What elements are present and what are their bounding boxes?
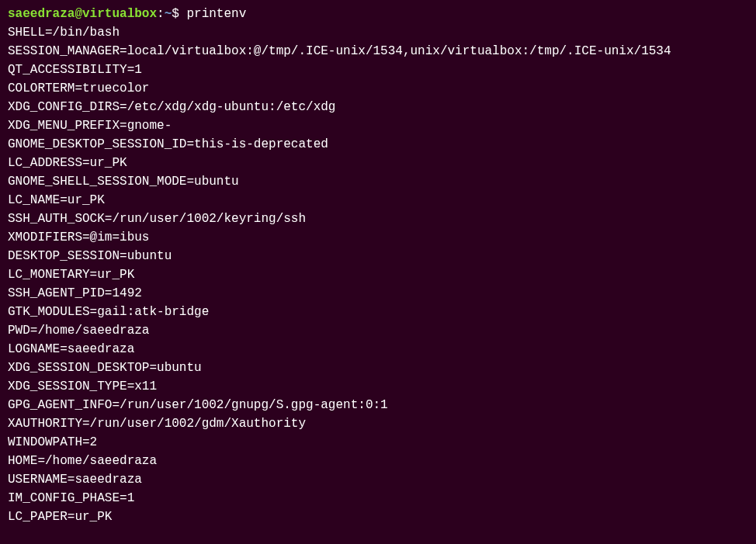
env-output-line: XAUTHORITY=/run/user/1002/gdm/Xauthority [8,414,748,433]
command-text: printenv [186,7,246,21]
env-output-line: WINDOWPATH=2 [8,433,748,452]
env-output-line: GPG_AGENT_INFO=/run/user/1002/gnupg/S.gp… [8,396,748,414]
env-output-line: LC_PAPER=ur_PK [8,508,748,526]
env-output-line: SHELL=/bin/bash [8,23,748,42]
env-output-line: XMODIFIERS=@im=ibus [8,228,748,247]
env-output-line: XDG_SESSION_DESKTOP=ubuntu [8,359,748,377]
env-output-line: PWD=/home/saeedraza [8,321,748,340]
env-output-line: XDG_SESSION_TYPE=x11 [8,377,748,396]
env-output-line: SSH_AGENT_PID=1492 [8,284,748,303]
env-output-line: COLORTERM=truecolor [8,79,748,98]
env-output-line: LC_MONETARY=ur_PK [8,265,748,284]
prompt-user-host: saeedraza@virtualbox [8,7,157,21]
env-output-line: GTK_MODULES=gail:atk-bridge [8,303,748,321]
prompt-symbol: $ [172,7,186,21]
prompt-separator: : [157,7,165,21]
env-output-line: DESKTOP_SESSION=ubuntu [8,247,748,265]
prompt-line[interactable]: saeedraza@virtualbox:~$ printenv [8,5,748,23]
env-output-line: LC_ADDRESS=ur_PK [8,154,748,172]
output-container: SHELL=/bin/bashSESSION_MANAGER=local/vir… [8,23,748,526]
env-output-line: SSH_AUTH_SOCK=/run/user/1002/keyring/ssh [8,210,748,228]
env-output-line: XDG_MENU_PREFIX=gnome- [8,116,748,135]
prompt-path: ~ [165,7,172,21]
env-output-line: GNOME_DESKTOP_SESSION_ID=this-is-depreca… [8,135,748,154]
env-output-line: SESSION_MANAGER=local/virtualbox:@/tmp/.… [8,42,748,61]
env-output-line: IM_CONFIG_PHASE=1 [8,489,748,508]
env-output-line: USERNAME=saeedraza [8,470,748,489]
env-output-line: GNOME_SHELL_SESSION_MODE=ubuntu [8,172,748,191]
env-output-line: HOME=/home/saeedraza [8,452,748,470]
env-output-line: XDG_CONFIG_DIRS=/etc/xdg/xdg-ubuntu:/etc… [8,98,748,116]
env-output-line: LC_NAME=ur_PK [8,191,748,210]
env-output-line: LOGNAME=saeedraza [8,340,748,359]
env-output-line: QT_ACCESSIBILITY=1 [8,61,748,79]
